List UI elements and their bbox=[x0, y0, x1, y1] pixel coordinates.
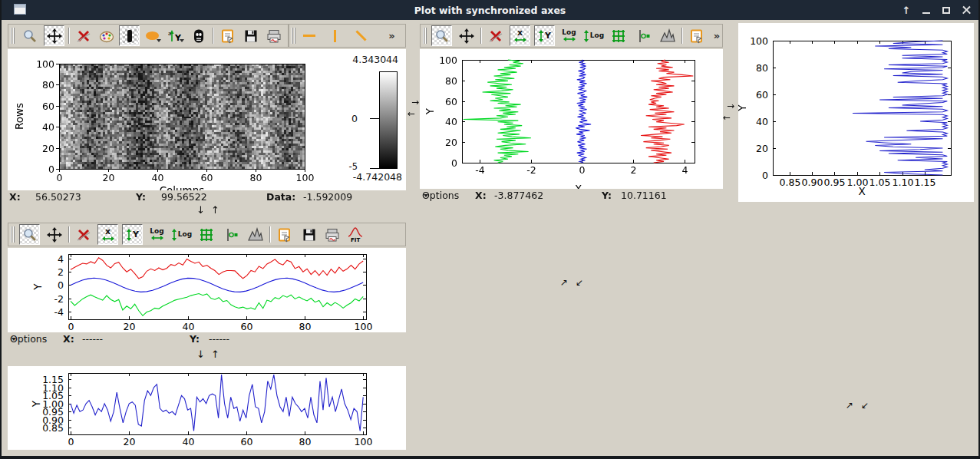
svg-text:80: 80 bbox=[250, 172, 262, 183]
svg-text:20: 20 bbox=[42, 143, 54, 154]
log-glyph: Log bbox=[178, 231, 192, 238]
svg-text:80: 80 bbox=[42, 79, 54, 91]
y-autoscale-button[interactable]: Y bbox=[534, 25, 555, 46]
left-arrow-icon: ← bbox=[723, 112, 738, 124]
y-axis-sync-arrows[interactable]: ↓ ↑ bbox=[178, 204, 239, 216]
mask-button[interactable] bbox=[188, 25, 209, 46]
x-autoscale-button[interactable]: x bbox=[97, 224, 118, 245]
svg-text:1.05: 1.05 bbox=[869, 177, 891, 188]
log-y-button[interactable]: Log bbox=[171, 224, 192, 245]
close-button[interactable] bbox=[960, 4, 972, 16]
svg-text:100: 100 bbox=[439, 54, 457, 66]
delete-button[interactable] bbox=[73, 224, 94, 245]
y-glyph: Y bbox=[133, 231, 139, 239]
segment-cursor-button[interactable] bbox=[351, 25, 371, 46]
axes-scale-button[interactable]: aY bbox=[165, 25, 186, 46]
save-button[interactable] bbox=[240, 25, 261, 46]
blue-spikes-curve[interactable] bbox=[853, 41, 947, 175]
pan-button[interactable] bbox=[44, 25, 64, 46]
shade-button[interactable]: ↑ bbox=[900, 4, 912, 16]
zoom-button[interactable] bbox=[19, 25, 40, 46]
toolbar-grip[interactable] bbox=[11, 28, 15, 44]
x-axis-sync-arrows[interactable]: → ← bbox=[723, 101, 738, 124]
options-dropdown[interactable]: Options bbox=[422, 190, 428, 201]
delete-button[interactable] bbox=[485, 25, 506, 46]
delete-item-button[interactable] bbox=[73, 25, 94, 46]
toolbar-overflow-button[interactable]: » bbox=[381, 25, 402, 46]
sync-plot-panel[interactable]: -4-2024020406080100XY bbox=[420, 49, 723, 189]
curve-marker-button[interactable] bbox=[632, 25, 653, 46]
fit-button[interactable]: FIT bbox=[345, 224, 365, 245]
copy-clipboard-button[interactable] bbox=[274, 224, 295, 245]
svg-text:Rows: Rows bbox=[13, 103, 25, 130]
blue-noise-curve[interactable] bbox=[71, 375, 363, 431]
zoom-button[interactable] bbox=[431, 25, 452, 46]
svg-text:Y: Y bbox=[31, 283, 44, 291]
svg-text:60: 60 bbox=[201, 172, 213, 183]
svg-text:Columns: Columns bbox=[160, 184, 205, 190]
grid-icon bbox=[200, 228, 213, 242]
ellipse-shape-button[interactable] bbox=[142, 25, 163, 46]
red-noise-curve[interactable] bbox=[71, 258, 363, 279]
print-button[interactable] bbox=[322, 224, 342, 245]
x-axis-sync-arrows[interactable]: → ← bbox=[408, 97, 423, 120]
log-x-button[interactable]: Log bbox=[147, 224, 167, 245]
svg-text:20: 20 bbox=[445, 137, 457, 148]
toolbar-grip[interactable] bbox=[292, 28, 295, 44]
stats-button[interactable] bbox=[245, 224, 266, 245]
pan-arrows-icon bbox=[47, 28, 62, 44]
copy-clipboard-button[interactable] bbox=[686, 25, 707, 46]
color-palette-button[interactable] bbox=[96, 25, 117, 46]
pan-button[interactable] bbox=[456, 25, 477, 46]
svg-text:0.95: 0.95 bbox=[824, 177, 846, 188]
y-axis-sync-arrows[interactable]: ↓ ↑ bbox=[178, 348, 239, 360]
stats-button[interactable] bbox=[657, 25, 678, 46]
hline-cursor-button[interactable] bbox=[299, 25, 319, 46]
spike-plot-panel[interactable]: 0.850.900.951.001.051.101.15020406080100… bbox=[738, 23, 974, 202]
vertical-arrow-icon bbox=[538, 30, 544, 42]
log-glyph: Log bbox=[562, 29, 576, 36]
curve-marker-button[interactable] bbox=[220, 224, 241, 245]
red-trace-curve[interactable] bbox=[641, 60, 693, 163]
green-trace-curve[interactable] bbox=[464, 60, 531, 163]
vline-cursor-button[interactable] bbox=[325, 25, 345, 46]
toolbar-grip[interactable] bbox=[11, 226, 15, 243]
maximize-button[interactable] bbox=[940, 4, 952, 16]
diagonal-sync-arrows[interactable]: ↗ ↙ bbox=[846, 400, 871, 411]
svg-text:0: 0 bbox=[579, 164, 586, 176]
copy-clipboard-button[interactable] bbox=[217, 25, 238, 46]
dropdown-arrow-icon bbox=[157, 39, 161, 45]
svg-text:100: 100 bbox=[36, 58, 54, 70]
grid-button[interactable] bbox=[196, 224, 216, 245]
green-noise-curve[interactable] bbox=[71, 294, 363, 316]
options-dropdown[interactable]: Options bbox=[10, 333, 16, 345]
zoom-button[interactable] bbox=[19, 224, 40, 245]
image-plot-panel[interactable]: 4.343044 -4.742048 0 -5 0204060801000204… bbox=[8, 49, 406, 190]
sync-plot-statusbar: Options X: -3.877462 Y: 10.71161 bbox=[420, 190, 723, 203]
svg-text:40: 40 bbox=[42, 121, 54, 133]
print-button[interactable] bbox=[263, 25, 284, 46]
svg-text:60: 60 bbox=[42, 101, 54, 112]
diagonal-sync-arrows[interactable]: ↗ ↙ bbox=[560, 277, 586, 288]
minimize-button[interactable] bbox=[920, 4, 932, 16]
sync-plot-toolbar: x Y Log Log » bbox=[420, 24, 723, 48]
mask-icon bbox=[191, 28, 206, 44]
data-value-label: Data: bbox=[266, 191, 295, 203]
grid-button[interactable] bbox=[608, 25, 629, 46]
blue-trace-curve[interactable] bbox=[576, 60, 591, 163]
bottom-plot-panel[interactable]: 0204060801001.151.101.051.000.950.900.85… bbox=[8, 366, 406, 450]
triple-plot-panel[interactable]: 020406080100420-2-4Y bbox=[8, 248, 406, 332]
horizontal-arrow-icon bbox=[151, 235, 163, 241]
log-y-button[interactable]: Log bbox=[583, 25, 604, 46]
log-x-button[interactable]: Log bbox=[559, 25, 579, 46]
save-button[interactable] bbox=[299, 224, 319, 245]
blue-sine-curve[interactable] bbox=[71, 278, 363, 292]
log-glyph: Log bbox=[150, 228, 163, 235]
y-autoscale-button[interactable]: Y bbox=[122, 224, 143, 245]
toolbar-overflow-button[interactable]: » bbox=[711, 25, 723, 46]
toolbar-grip[interactable] bbox=[423, 28, 427, 44]
colorbar-toggle-button[interactable] bbox=[119, 25, 140, 46]
x-autoscale-button[interactable]: x bbox=[510, 25, 530, 46]
x-coord-value: 56.50273 bbox=[35, 191, 81, 203]
pan-button[interactable] bbox=[44, 224, 64, 245]
